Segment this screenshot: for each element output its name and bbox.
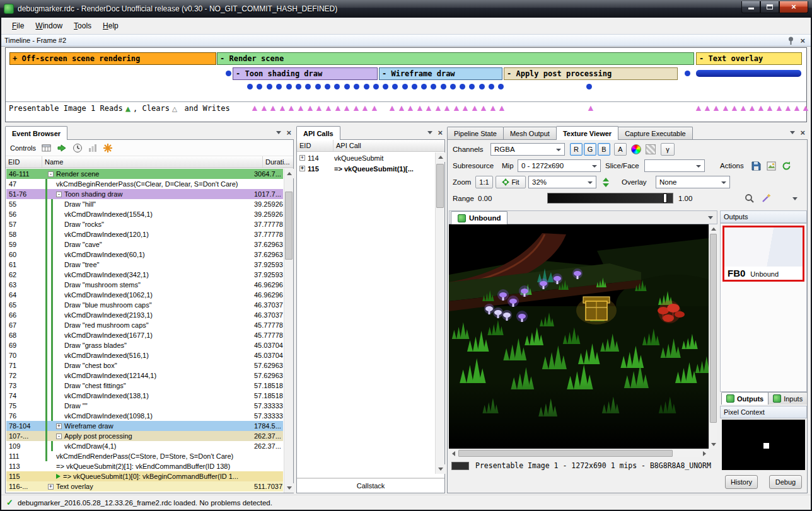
event-row[interactable]: 51-76-Toon shading draw1017.7... [6,189,283,199]
event-row[interactable]: 116-...+Text overlay511.7037 [6,481,283,491]
timeline-draw-dot[interactable] [247,84,253,89]
range-max-value[interactable]: 1.00 [678,195,692,202]
range-handle[interactable] [663,193,667,203]
timeline-draw-dot[interactable] [286,84,292,89]
color-wheel-icon[interactable] [630,144,642,155]
timeline-marker-block[interactable]: - Render scene [217,52,694,65]
tab-api-calls[interactable]: API Calls [296,126,340,140]
slice-face-dropdown[interactable] [644,159,705,172]
debug-button[interactable]: Debug [769,475,802,489]
overlay-dropdown[interactable]: None [656,176,730,188]
tree-expander[interactable]: + [56,423,62,429]
alpha-background-icon[interactable] [645,144,656,155]
scrollbar-thumb[interactable] [458,450,673,457]
event-browser-scrollbar[interactable] [284,169,293,493]
chevron-down-icon[interactable] [276,131,281,134]
zoom-1-1-button[interactable]: 1:1 [475,176,493,188]
tab-texture-viewer[interactable]: Texture Viewer [556,126,618,140]
statistics-icon[interactable] [88,143,98,153]
close-icon[interactable]: × [286,129,291,137]
title-bar[interactable]: debugmarker.rdc - RenderDoc Unofficial r… [0,0,812,18]
close-button[interactable]: × [779,1,808,13]
texture-horizontal-scrollbar[interactable] [449,449,709,457]
history-button[interactable]: History [725,475,758,489]
api-calls-columns[interactable]: EIDAPI Call [297,140,444,152]
event-row[interactable]: 57Draw "rocks"37.77778 [6,219,283,229]
api-call-row[interactable]: +115=> vkQueueSubmit(1)[... [298,163,434,174]
timeline-draw-dot[interactable] [479,84,485,89]
scroll-up-icon[interactable] [438,156,443,159]
timeline-draw-dot[interactable] [267,84,272,89]
save-icon[interactable] [750,160,762,171]
scroll-down-icon[interactable] [438,468,443,471]
range-slider[interactable] [547,193,673,204]
api-calls-scrollbar[interactable] [435,152,444,474]
menu-item-file[interactable]: File [6,19,30,33]
tree-expander[interactable]: + [299,166,305,171]
timeline-draw-dot[interactable] [276,84,282,89]
pixel-context-view[interactable] [722,420,805,470]
timeline-draw-dot[interactable] [325,84,330,89]
timeline-marker-block[interactable]: - Wireframe draw [379,67,502,80]
tree-expander[interactable]: - [48,171,54,177]
timeline-draw-dot[interactable] [402,84,408,89]
tab-capture-executable[interactable]: Capture Executable [618,127,693,140]
event-row[interactable]: 47vkCmdBeginRenderPass(C=Clear, D=Clear,… [6,179,283,189]
tab-mesh-output[interactable]: Mesh Output [503,127,557,140]
jump-to-eid-icon[interactable] [57,143,67,153]
red-channel-button[interactable]: R [570,143,583,156]
event-row[interactable]: 70vkCmdDrawIndexed(516,1)45.03704 [6,350,283,360]
timeline-draw-dot[interactable] [226,71,231,76]
event-row[interactable]: 75Draw ""57.33333 [6,401,283,411]
event-row[interactable]: 65Draw "blue mushroom caps"46.37037 [6,300,283,310]
close-icon[interactable]: × [800,37,805,45]
timeline-draw-dot[interactable] [334,84,340,89]
menu-item-help[interactable]: Help [97,19,124,33]
menu-item-window[interactable]: Window [30,19,68,33]
scroll-up-icon[interactable] [287,172,292,175]
menu-item-tools[interactable]: Tools [68,19,97,33]
close-icon[interactable]: × [438,129,443,137]
timeline-draw-dot[interactable] [412,84,417,89]
timeline-draw-dot[interactable] [586,84,592,89]
maximize-button[interactable] [760,1,779,13]
fb0-thumbnail[interactable]: FB0 Unbound [722,226,804,282]
timeline-draw-dot[interactable] [498,84,504,89]
scroll-up-icon[interactable] [711,227,716,231]
timeline-marker-block[interactable]: - Toon shading draw [233,67,378,80]
timeline-draw-dot[interactable] [373,84,379,89]
callstack-section[interactable]: Callstack [297,478,444,493]
timeline-draw-dot[interactable] [392,84,398,89]
zoom-range-icon[interactable] [744,193,755,204]
event-row[interactable]: 107-...-Apply post processing262.37... [6,431,283,441]
select-columns-icon[interactable] [41,143,52,153]
event-row[interactable]: 67Draw "red mushroom caps"45.77778 [6,320,283,330]
pin-icon[interactable] [788,37,794,45]
event-row[interactable]: 63Draw "mushroom stems"46.96296 [6,280,283,290]
api-call-row[interactable]: +114vkQueueSubmit [298,152,434,163]
texture-display[interactable] [449,224,709,449]
event-row[interactable]: 59Draw "cave"37.62963 [6,239,283,250]
scrollbar-thumb[interactable] [436,164,444,208]
time-durations-icon[interactable] [72,143,83,153]
event-row[interactable]: 62vkCmdDrawIndexed(342,1)37.92593 [6,270,283,280]
timeline-marker-block[interactable]: + Off-screen scene rendering [9,52,216,65]
green-channel-button[interactable]: G [584,143,596,156]
event-row[interactable]: 68vkCmdDrawIndexed(1677,1)45.77778 [6,330,283,340]
mip-dropdown[interactable]: 0 - 1272x690 [518,159,601,172]
blue-channel-button[interactable]: B [598,143,610,156]
timeline-draw-dot[interactable] [431,84,436,89]
texture-vertical-scrollbar[interactable] [709,224,717,449]
tab-pipeline-state[interactable]: Pipeline State [447,127,504,140]
timeline-draw-dot[interactable] [441,84,446,89]
chevron-down-icon[interactable] [427,131,432,134]
event-row[interactable]: 115=> vkQueueSubmit(1)[0]: vkBeginComman… [6,471,283,481]
chevron-down-icon[interactable] [790,131,795,134]
timeline-draw-dot[interactable] [450,84,456,89]
tree-expander[interactable]: - [56,192,62,197]
tree-expander[interactable]: + [48,484,54,490]
tab-event-browser[interactable]: Event Browser [5,126,67,140]
minimize-button[interactable] [741,1,760,13]
scroll-down-icon[interactable] [711,443,716,446]
timeline-draw-dot[interactable] [685,71,690,76]
